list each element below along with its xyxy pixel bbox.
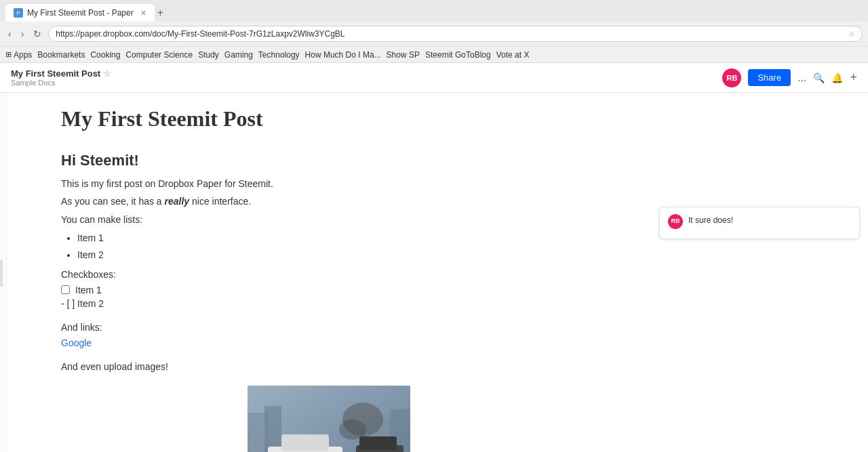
bookmark-vote[interactable]: Vote at X [496,50,530,60]
comment-bubble-top: RB It sure does! [659,207,860,239]
tab-favicon: P [14,8,23,18]
tab-close-button[interactable]: ✕ [140,9,146,18]
doc-title-text: My First Steemit Post [11,68,100,79]
tab-bar: P My First Steemit Post - Paper ✕ + [0,0,868,22]
user-avatar: RB [722,68,741,87]
address-bar: ‹ › ↻ https://paper.dropbox.com/doc/My-F… [0,22,868,46]
document-main-title: My First Steemit Post [61,106,597,131]
list-item-2: Item 2 [77,247,597,264]
bookmark-cs[interactable]: Computer Science [125,50,193,60]
checkbox-1[interactable] [61,285,70,294]
bookmark-gaming[interactable]: Gaming [224,50,253,60]
share-button[interactable]: Share [748,69,791,86]
doc-heading-hi: Hi Steemit! [61,152,597,169]
main-layout: My First Steemit Post Hi Steemit! This i… [0,93,868,452]
doc-para1: This is my first post on Dropbox Paper f… [61,176,597,191]
left-sidebar [0,93,7,452]
refresh-button[interactable]: ↻ [31,27,44,41]
doc-para3: You can make lists: [61,212,597,227]
tab-title: My First Steemit Post - Paper [27,8,134,18]
forward-button[interactable]: › [18,27,27,41]
more-button[interactable]: ... [797,72,806,84]
sidebar-handle[interactable] [0,260,3,287]
list-item-1: Item 1 [77,230,597,247]
bookmark-label: Cooking [90,50,120,60]
doc-section-images: And even upload images! [61,359,597,452]
bookmark-label: Show SP [387,50,420,60]
bookmark-label: Technology [258,50,300,60]
bookmark-howmuch[interactable]: How Much Do I Ma... [305,50,381,60]
doc-title-area: My First Steemit Post ☆ Sample Docs [11,68,722,87]
bookmark-showsp[interactable]: Show SP [387,50,420,60]
bookmark-label: Computer Science [125,50,193,60]
url-bar[interactable]: https://paper.dropbox.com/doc/My-First-S… [48,26,863,42]
google-link[interactable]: Google [61,337,92,348]
star-icon[interactable]: ☆ [103,68,111,79]
bookmark-label: Vote at X [496,50,530,60]
bracket-item: - [ ] Item 2 [61,298,597,309]
star-icon: ☆ [848,30,855,39]
doc-title: My First Steemit Post ☆ [11,68,722,79]
app-header: My First Steemit Post ☆ Sample Docs RB S… [0,63,868,93]
bookmark-steemit[interactable]: Steemit GoToBlog [425,50,491,60]
para2-prefix: As you can see, it has a [61,196,165,207]
bookmark-label: Steemit GoToBlog [425,50,491,60]
new-tab-button[interactable]: + [157,7,163,19]
doc-subtitle: Sample Docs [11,79,722,87]
links-label: And links: [61,320,597,335]
add-button[interactable]: + [850,70,857,85]
bookmark-label: Gaming [224,50,253,60]
bookmark-label: Apps [14,50,32,60]
doc-section-links: And links: Google [61,320,597,348]
notifications-button[interactable]: 🔔 [831,73,843,83]
bookmark-icon: ⊞ [5,50,12,59]
svg-rect-15 [359,436,397,450]
bookmark-technology[interactable]: Technology [258,50,300,60]
comment-text-top: It sure does! [688,214,851,226]
checkbox-item-1: Item 1 [61,285,597,295]
bookmark-cooking[interactable]: Cooking [90,50,120,60]
bookmark-apps[interactable]: ⊞Apps [5,50,32,60]
bookmarks-bar: ⊞Apps Bookmarkets Cooking Computer Scien… [0,46,868,62]
doc-para2: As you can see, it has a really nice int… [61,194,597,209]
comment-header-top: RB It sure does! [668,214,851,229]
bookmark-label: Study [198,50,219,60]
active-tab[interactable]: P My First Steemit Post - Paper ✕ [5,4,155,22]
checkbox-label-1: Item 1 [75,285,102,295]
checkboxes-label: Checkboxes: [61,267,597,282]
url-icons: ☆ [848,30,855,39]
comment-section-bottom-wrapper: RB I love this part. I think you can mak… [651,448,868,452]
svg-rect-9 [281,434,329,451]
svg-rect-2 [264,406,281,452]
content-area: My First Steemit Post Hi Steemit! This i… [7,93,651,452]
image-label: And even upload images! [61,359,597,374]
bookmark-label: Bookmarkets [37,50,85,60]
browser-chrome: P My First Steemit Post - Paper ✕ + ‹ › … [0,0,868,63]
header-right: RB Share ... 🔍 🔔 + [722,68,857,87]
search-button[interactable]: 🔍 [813,73,825,83]
url-text: https://paper.dropbox.com/doc/My-First-S… [56,29,344,39]
back-button[interactable]: ‹ [5,27,14,41]
comment-avatar-top: RB [668,214,683,229]
right-panel: RB It sure does! RB I love this part. I … [651,93,868,452]
bullet-list: Item 1 Item 2 [77,230,597,264]
comment-section-top: RB It sure does! [651,201,868,245]
doc-section-intro: Hi Steemit! This is my first post on Dro… [61,152,597,309]
para2-bold-italic: really [165,196,190,207]
uploaded-image [248,386,410,452]
bookmark-label: How Much Do I Ma... [305,50,381,60]
bookmark-study[interactable]: Study [198,50,219,60]
para2-suffix: nice interface. [189,196,251,207]
bookmark-bookmarkets[interactable]: Bookmarkets [37,50,85,60]
